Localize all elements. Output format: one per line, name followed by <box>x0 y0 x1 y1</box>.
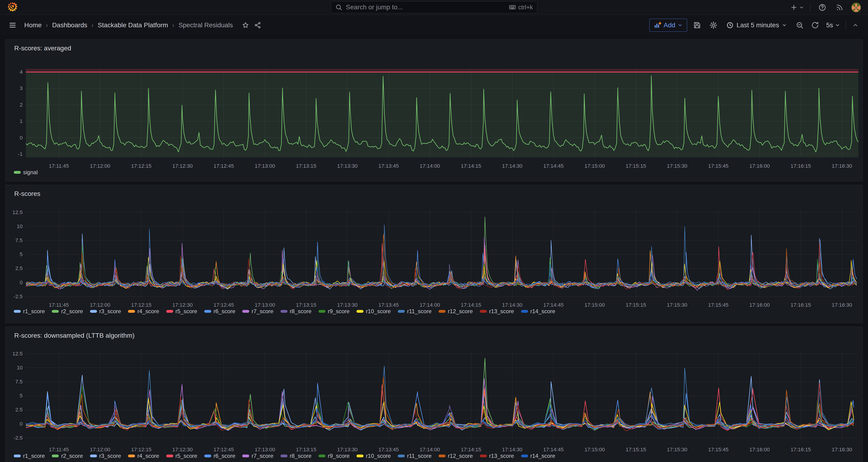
x-axis-tick: 17:15:45 <box>708 446 728 453</box>
legend-swatch <box>280 310 287 313</box>
x-axis-tick: 17:14:15 <box>461 446 481 453</box>
chart-canvas[interactable] <box>5 39 863 181</box>
favorite-button[interactable] <box>240 20 251 30</box>
legend-item-r11_score[interactable]: r11_score <box>398 308 432 315</box>
user-avatar[interactable] <box>851 3 861 12</box>
y-axis-tick: 0 <box>6 421 23 427</box>
legend-item-r6_score[interactable]: r6_score <box>204 453 235 459</box>
chevron-down-icon <box>835 23 840 28</box>
legend-label: r8_score <box>290 453 311 459</box>
x-axis-tick: 17:15:30 <box>667 446 687 453</box>
zoom-out-time-button[interactable] <box>794 19 806 32</box>
legend-item-r11_score[interactable]: r11_score <box>398 453 432 459</box>
mega-menu-toggle[interactable] <box>7 20 18 31</box>
y-axis-tick: 2.5 <box>6 266 23 272</box>
global-search[interactable]: ctrl+k <box>331 1 537 13</box>
breadcrumb-separator: › <box>172 22 175 29</box>
legend-label: r11_score <box>407 308 432 315</box>
legend-item-r4_score[interactable]: r4_score <box>128 308 159 315</box>
x-axis-tick: 17:14:00 <box>420 302 440 308</box>
legend-item-r2_score[interactable]: r2_score <box>52 308 83 315</box>
breadcrumb-folder[interactable]: Stackable Data Platform <box>98 22 168 29</box>
help-button[interactable] <box>817 2 828 13</box>
panel-title[interactable]: R-scores: averaged <box>14 44 71 52</box>
x-axis-tick: 17:14:45 <box>543 302 564 308</box>
legend-swatch <box>242 310 249 313</box>
x-axis-tick: 17:15:15 <box>626 446 646 453</box>
refresh-interval-picker[interactable]: 5s <box>824 19 842 32</box>
series-r11_score <box>26 225 857 286</box>
breadcrumb-home[interactable]: Home <box>24 22 42 29</box>
search-input[interactable] <box>345 3 506 11</box>
legend-item-r5_score[interactable]: r5_score <box>166 308 197 315</box>
legend-item-r10_score[interactable]: r10_score <box>356 308 391 315</box>
grafana-app: ctrl+k <box>0 0 868 462</box>
legend-item-r2_score[interactable]: r2_score <box>52 453 83 459</box>
panel-title[interactable]: R-scores <box>14 190 40 197</box>
legend-item-r7_score[interactable]: r7_score <box>242 308 273 315</box>
legend-swatch <box>90 455 97 457</box>
x-axis-tick: 17:12:15 <box>131 302 152 308</box>
legend-item-r9_score[interactable]: r9_score <box>318 453 349 459</box>
divider <box>846 21 846 30</box>
legend-item-r1_score[interactable]: r1_score <box>14 308 45 315</box>
refresh-interval-label: 5s <box>826 22 833 29</box>
refresh-button[interactable] <box>810 19 820 32</box>
legend-item-r1_score[interactable]: r1_score <box>14 453 45 459</box>
legend-item-r14_score[interactable]: r14_score <box>521 453 555 459</box>
grafana-home-button[interactable] <box>7 2 18 13</box>
new-menu-button[interactable] <box>790 4 804 11</box>
legend-swatch <box>14 310 21 313</box>
share-button[interactable] <box>252 20 263 30</box>
legend-swatch <box>438 310 445 313</box>
legend-item-r8_score[interactable]: r8_score <box>280 308 311 315</box>
legend-item-r3_score[interactable]: r3_score <box>90 308 121 315</box>
x-axis-tick: 17:11:45 <box>49 302 69 308</box>
collapse-toolbar-button[interactable] <box>850 19 861 32</box>
breadcrumb-dashboards[interactable]: Dashboards <box>52 22 87 29</box>
divider <box>810 3 811 12</box>
chart-canvas[interactable] <box>5 327 863 462</box>
legend-label: r4_score <box>137 308 159 315</box>
rss-icon <box>836 4 843 11</box>
legend-item-r6_score[interactable]: r6_score <box>204 308 235 315</box>
legend-item-r13_score[interactable]: r13_score <box>480 453 514 459</box>
legend-label: r1_score <box>23 453 45 459</box>
y-axis-tick: 5 <box>6 251 23 257</box>
y-axis-tick: 2 <box>6 102 23 108</box>
x-axis-tick: 17:13:15 <box>296 163 316 169</box>
legend-item-signal[interactable]: signal <box>14 169 38 176</box>
chevron-down-icon <box>799 5 804 10</box>
legend-item-r12_score[interactable]: r12_score <box>438 453 473 459</box>
legend-item-r4_score[interactable]: r4_score <box>128 453 159 459</box>
add-panel-button[interactable]: Add <box>649 19 687 32</box>
legend-item-r10_score[interactable]: r10_score <box>356 453 391 459</box>
x-axis-tick: 17:13:15 <box>296 302 316 308</box>
legend-item-r8_score[interactable]: r8_score <box>280 453 311 459</box>
legend-item-r9_score[interactable]: r9_score <box>318 308 349 315</box>
time-range-picker[interactable]: Last 5 minutes <box>723 19 790 32</box>
legend-item-r5_score[interactable]: r5_score <box>166 453 197 459</box>
legend-label: r9_score <box>328 308 349 315</box>
zoom-out-icon <box>796 21 804 29</box>
legend-item-r3_score[interactable]: r3_score <box>90 453 121 459</box>
save-dashboard-button[interactable] <box>691 19 704 32</box>
x-axis-tick: 17:15:00 <box>585 446 605 453</box>
panel-title[interactable]: R-scores: downsampled (LTTB algorithm) <box>14 332 134 339</box>
x-axis-tick: 17:16:00 <box>749 446 770 453</box>
topbar-actions <box>790 2 861 13</box>
y-axis-tick: 0 <box>6 135 23 141</box>
legend-swatch <box>356 310 364 313</box>
star-icon <box>242 22 249 29</box>
x-axis-tick: 17:14:15 <box>461 163 481 169</box>
legend-item-r14_score[interactable]: r14_score <box>521 308 555 315</box>
legend-item-r7_score[interactable]: r7_score <box>242 453 273 459</box>
y-axis-tick: 10 <box>6 365 23 371</box>
legend-item-r13_score[interactable]: r13_score <box>480 308 514 315</box>
news-button[interactable] <box>834 2 845 13</box>
legend: r1_scorer2_scorer3_scorer4_scorer5_score… <box>14 453 562 459</box>
dashboard-settings-button[interactable] <box>707 19 720 32</box>
legend-item-r12_score[interactable]: r12_score <box>438 308 473 315</box>
legend-label: signal <box>23 169 38 176</box>
x-axis-tick: 17:11:45 <box>49 163 69 169</box>
